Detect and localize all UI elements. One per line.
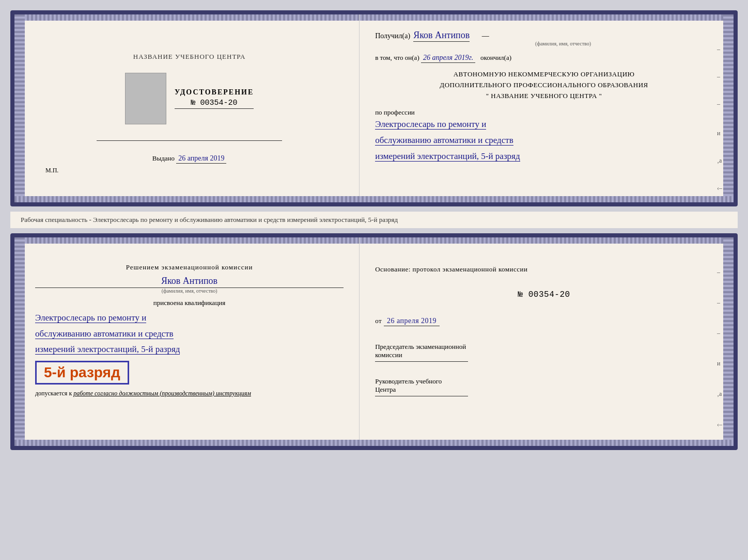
mp-label: М.П.: [45, 167, 58, 174]
prisvoena-line: присвоена квалификация: [35, 299, 344, 307]
vydano-line: Выдано 26 апреля 2019: [152, 154, 227, 163]
poluchil-line: Получил(а) Яков Антипов — (фамилия, имя,…: [375, 30, 713, 46]
bottom-right-dashes: – – – и ‚а ‹– – – –: [717, 268, 722, 450]
bottom-recipient-name: Яков Антипов: [35, 276, 344, 288]
ot-date-line: от 26 апреля 2019: [375, 314, 713, 327]
top-cert-right-panel: Получил(а) Яков Антипов — (фамилия, имя,…: [360, 14, 734, 202]
bottom-name-block: Яков Антипов (фамилия, имя, отчество): [35, 276, 344, 294]
resheniem-line: Решением экзаменационной комиссии: [35, 263, 344, 271]
org-name-center: НАЗВАНИЕ УЧЕБНОГО ЦЕНТРА: [491, 92, 597, 100]
page-wrapper: НАЗВАНИЕ УЧЕБНОГО ЦЕНТРА УДОСТОВЕРЕНИЕ №…: [10, 10, 738, 450]
predsedatel-line1: Председатель экзаменационной: [375, 343, 713, 351]
bottom-date: 26 апреля 2019: [384, 317, 440, 326]
bottom-number: № 00354-20: [375, 287, 713, 302]
org-line1: АВТОНОМНУЮ НЕКОММЕРЧЕСКУЮ ОРГАНИЗАЦИЮ: [375, 69, 713, 80]
profession-line3: измерений электростанций, 5-й разряд: [375, 151, 520, 162]
qual-line2: обслуживанию автоматики и средств: [35, 329, 174, 339]
bottom-certificate: Решением экзаменационной комиссии Яков А…: [10, 233, 738, 450]
udostoverenie-title: УДОСТОВЕРЕНИЕ: [175, 88, 254, 97]
completion-date: 26 апреля 2019г.: [421, 54, 475, 63]
recipient-name: Яков Антипов: [413, 30, 470, 42]
right-border-pattern: [723, 14, 734, 202]
qual-line1: Электрослесарь по ремонту и: [35, 313, 146, 323]
dopuskaetsya-prefix: допускается к: [35, 390, 72, 397]
qualification-text: Электрослесарь по ремонту и обслуживанию…: [35, 310, 344, 358]
vtom-line: в том, что он(а) 26 апреля 2019г. окончи…: [375, 54, 713, 62]
osnovanie-label: Основание: протокол экзаменационной коми…: [375, 263, 713, 275]
info-text-middle: Рабочая специальность - Электрослесарь п…: [10, 212, 738, 228]
udostoverenie-block: УДОСТОВЕРЕНИЕ № 00354-20: [175, 88, 254, 109]
profession-handwritten: Электрослесарь по ремонту и обслуживанию…: [375, 117, 713, 164]
razryad-badge: 5-й разряд: [35, 361, 129, 385]
org-line3: " НАЗВАНИЕ УЧЕБНОГО ЦЕНТРА ": [375, 91, 713, 102]
dopuskaetsya-line: допускается к работе согласно должностны…: [35, 390, 344, 397]
rukovoditel-line2: Центра: [375, 386, 713, 394]
photo-placeholder: [125, 73, 166, 124]
po-professii-label: по профессии: [375, 108, 713, 117]
poluchil-label: Получил(а): [375, 32, 410, 40]
vydano-label: Выдано: [152, 154, 175, 162]
rukovoditel-line1: Руководитель учебного: [375, 377, 713, 386]
bottom-cert-left-panel: Решением экзаменационной комиссии Яков А…: [14, 237, 360, 446]
bottom-fio-sublabel: (фамилия, имя, отчество): [35, 288, 344, 294]
dopuskaetsya-text: работе согласно должностным (производств…: [73, 390, 251, 397]
predsedatel-block: Председатель экзаменационной комиссии: [375, 343, 713, 362]
osnovanie-block: Основание: протокол экзаменационной коми…: [375, 263, 713, 327]
po-professii-block: по профессии Электрослесарь по ремонту и…: [375, 108, 713, 164]
org-line2: ДОПОЛНИТЕЛЬНОГО ПРОФЕССИОНАЛЬНОГО ОБРАЗО…: [375, 80, 713, 91]
info-text-content: Рабочая специальность - Электрослесарь п…: [21, 216, 398, 223]
org-quote: ": [486, 92, 489, 100]
okonchil-label: окончил(а): [480, 54, 511, 61]
predsedatel-sign-line: [375, 361, 468, 362]
top-org-name: НАЗВАНИЕ УЧЕБНОГО ЦЕНТРА: [35, 53, 344, 61]
profession-line2: обслуживанию автоматики и средств: [375, 135, 513, 146]
razryad-big-text: 5-й разряд: [44, 364, 120, 381]
vydano-date: 26 апреля 2019: [176, 154, 226, 164]
org-quote2: ": [599, 92, 602, 100]
bottom-cert-right-panel: Основание: протокол экзаменационной коми…: [360, 237, 734, 446]
ot-label: от: [375, 317, 382, 325]
qual-line3: измерений электростанций, 5-й разряд: [35, 344, 180, 355]
bottom-right-border: [723, 237, 734, 446]
rukovoditel-block: Руководитель учебного Центра: [375, 377, 713, 396]
profession-line1: Электрослесарь по ремонту и: [375, 119, 486, 130]
org-block: АВТОНОМНУЮ НЕКОММЕРЧЕСКУЮ ОРГАНИЗАЦИЮ ДО…: [375, 69, 713, 101]
top-cert-left-panel: НАЗВАНИЕ УЧЕБНОГО ЦЕНТРА УДОСТОВЕРЕНИЕ №…: [14, 14, 360, 202]
rukovoditel-sign-line: [375, 396, 468, 396]
predsedatel-line2: комиссии: [375, 351, 713, 359]
vtom-label: в том, что он(а): [375, 54, 419, 61]
udostoverenie-number: № 00354-20: [175, 99, 254, 109]
top-certificate: НАЗВАНИЕ УЧЕБНОГО ЦЕНТРА УДОСТОВЕРЕНИЕ №…: [10, 10, 738, 206]
right-side-dashes: – – – и ‚а ‹– – – –: [717, 45, 722, 206]
